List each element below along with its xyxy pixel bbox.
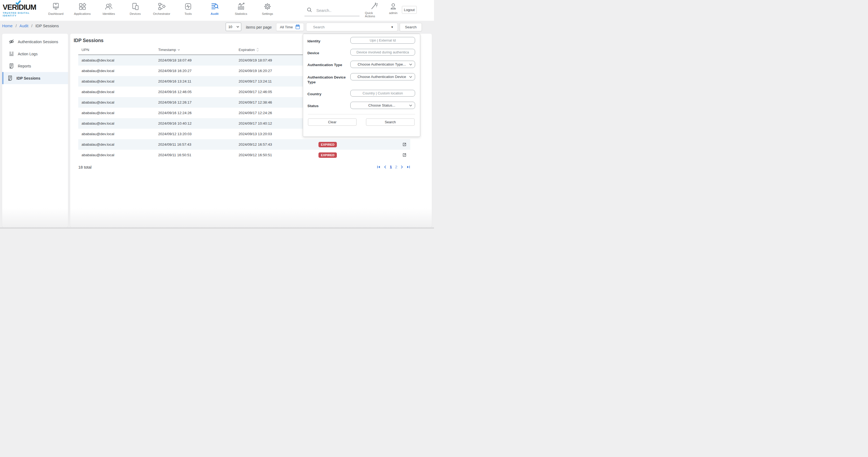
- sidebar-item-label: Authentication Sessions: [18, 40, 58, 44]
- logo-tagline: TRUSTED DIGITAL IDENTITY: [3, 11, 43, 17]
- chevron-down-icon: [237, 26, 239, 28]
- last-page-icon[interactable]: [406, 165, 410, 169]
- open-session-icon[interactable]: [402, 142, 407, 147]
- filter-label-authentication-type: Authentication Type: [307, 61, 350, 68]
- time-filter-button[interactable]: All Time: [276, 23, 304, 31]
- window-bottom-edge: [0, 227, 434, 228]
- cell-upn: ababalau@dev.local: [78, 90, 158, 94]
- magic-wand-icon: [370, 3, 378, 10]
- cell-upn: ababalau@dev.local: [78, 111, 158, 115]
- filter-search-button[interactable]: Search: [366, 119, 414, 126]
- sidebar-item-authentication-sessions[interactable]: Authentication Sessions: [2, 36, 68, 48]
- cell-upn: ababalau@dev.local: [78, 121, 158, 125]
- status-select[interactable]: Choose Status...: [350, 102, 415, 109]
- report-icon: [9, 63, 14, 69]
- main-nav: Dashboard Applications Identities Device…: [43, 0, 281, 21]
- status-badge: EXPIRED: [318, 142, 337, 147]
- cell-upn: ababalau@dev.local: [78, 142, 158, 146]
- nav-settings[interactable]: Settings: [254, 0, 281, 21]
- table-row[interactable]: ababalau@dev.local 2024/09/11 16:50:51 2…: [78, 150, 410, 160]
- sidebar-item-idp-sessions[interactable]: IDP Sessions: [2, 72, 68, 84]
- items-per-page-select[interactable]: 10: [226, 23, 241, 31]
- applications-icon: [78, 2, 86, 10]
- veridium-logo: VERIDIUM TRUSTED DIGITAL IDENTITY: [3, 3, 43, 17]
- nav-devices[interactable]: Devices: [122, 0, 149, 21]
- previous-page-icon[interactable]: [383, 165, 387, 169]
- authentication-type-select[interactable]: Choose Authentication Type...: [350, 61, 415, 68]
- dashboard-icon: [52, 2, 60, 10]
- cell-upn: ababalau@dev.local: [78, 153, 158, 157]
- sort-desc-icon: [178, 49, 180, 51]
- sidebar-item-action-logs[interactable]: Action Logs: [2, 48, 68, 60]
- country-filter-input[interactable]: [350, 90, 415, 97]
- nav-label: Devices: [130, 12, 141, 15]
- items-per-page-label: items per page: [246, 25, 272, 29]
- user-label: admin: [389, 11, 397, 14]
- nav-label: Tools: [185, 12, 192, 15]
- nav-label: Statistics: [235, 12, 247, 15]
- quick-actions[interactable]: Quick Actions: [365, 3, 383, 18]
- sidebar-item-label: Reports: [18, 64, 31, 68]
- nav-orchestrator[interactable]: Orchestrator: [149, 0, 175, 21]
- page-2[interactable]: 2: [395, 165, 397, 169]
- nav-applications[interactable]: Applications: [69, 0, 96, 21]
- filter-label-country: Country: [307, 90, 350, 97]
- table-search-combo: ▼: [306, 23, 398, 31]
- sidebar-item-reports[interactable]: Reports: [2, 60, 68, 72]
- report-icon: [7, 75, 13, 81]
- sidebar: Authentication Sessions Action Logs Repo…: [2, 34, 68, 227]
- table-search-input[interactable]: [313, 25, 391, 29]
- cell-timestamp: 2024/09/16 12:26:17: [158, 100, 239, 104]
- breadcrumb-current: IDP Sessions: [35, 24, 59, 28]
- logo-check-icon: [16, 0, 21, 5]
- filter-clear-button[interactable]: Clear: [308, 119, 356, 126]
- cell-upn: ababalau@dev.local: [78, 58, 158, 62]
- logout-button[interactable]: Logout: [402, 6, 417, 14]
- nav-identities[interactable]: Identities: [96, 0, 122, 21]
- cell-timestamp: 2024/09/11 16:57:43: [158, 142, 239, 146]
- breadcrumb-home[interactable]: Home: [2, 24, 13, 28]
- global-search-input[interactable]: [316, 8, 351, 13]
- cell-expiration: 2024/09/12 16:50:51: [239, 153, 318, 157]
- device-filter-input[interactable]: [350, 49, 415, 56]
- cell-actions: [386, 153, 410, 157]
- pagination: 1 2: [377, 165, 410, 169]
- next-page-icon[interactable]: [400, 165, 403, 169]
- devices-icon: [131, 2, 139, 10]
- first-page-icon[interactable]: [377, 165, 380, 169]
- breadcrumb-audit[interactable]: Audit: [20, 24, 28, 28]
- eye-slash-icon: [9, 39, 14, 44]
- cell-status: EXPIRED: [318, 153, 386, 158]
- logo-brand: VERIDIUM: [3, 3, 43, 11]
- nav-audit[interactable]: Audit: [202, 0, 228, 21]
- open-session-icon[interactable]: [402, 153, 407, 157]
- chevron-down-icon: [409, 76, 412, 78]
- user-icon: [390, 3, 397, 10]
- table-row[interactable]: ababalau@dev.local 2024/09/11 16:57:43 2…: [78, 139, 410, 150]
- cell-upn: ababalau@dev.local: [78, 69, 158, 73]
- nav-dashboard[interactable]: Dashboard: [43, 0, 69, 21]
- nav-tools[interactable]: Tools: [175, 0, 202, 21]
- cell-timestamp: 2024/09/16 10:40:12: [158, 121, 239, 125]
- cell-timestamp: 2024/09/16 13:24:11: [158, 79, 239, 84]
- filter-divider: [308, 114, 415, 115]
- user-menu[interactable]: admin: [387, 3, 399, 14]
- authentication-device-type-select[interactable]: Choose Authentication Device: [350, 73, 415, 80]
- calendar-icon: [295, 24, 300, 30]
- table-search-button[interactable]: Search: [400, 23, 422, 31]
- column-timestamp[interactable]: Timestamp: [158, 48, 239, 52]
- page-1[interactable]: 1: [390, 165, 392, 169]
- time-filter-label: All Time: [280, 25, 293, 29]
- search-icon: [307, 7, 313, 13]
- nav-label: Settings: [262, 12, 273, 15]
- table-footer: 18 total 1 2: [78, 165, 410, 169]
- identities-icon: [105, 2, 113, 10]
- identity-filter-input[interactable]: [350, 37, 415, 44]
- nav-statistics[interactable]: Statistics: [228, 0, 254, 21]
- filter-label-status: Status: [307, 102, 350, 109]
- column-upn[interactable]: UPN: [78, 48, 158, 52]
- combo-caret-icon[interactable]: ▼: [391, 26, 394, 29]
- status-badge: EXPIRED: [318, 153, 337, 158]
- cell-status: EXPIRED: [318, 142, 386, 147]
- cell-timestamp: 2024/09/18 18:07:49: [158, 58, 239, 62]
